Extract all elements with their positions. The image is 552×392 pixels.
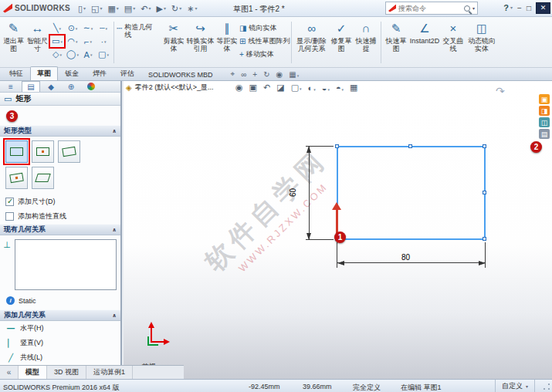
tab-3d-views[interactable]: 3D 视图 bbox=[47, 366, 86, 379]
display-delete-relations-button[interactable]: ∞ 显示/删除几何关系 bbox=[294, 19, 329, 66]
tab-evaluate[interactable]: 评估 bbox=[113, 66, 141, 80]
configuration-tab-icon[interactable]: ◆ bbox=[42, 81, 60, 92]
vertex-handle[interactable] bbox=[483, 144, 486, 148]
new-document-icon[interactable]: ▯ bbox=[78, 2, 86, 15]
maximize-icon[interactable]: □ bbox=[527, 4, 531, 12]
rotate-icon[interactable]: ↻ bbox=[263, 70, 269, 79]
display-manager-tab-icon[interactable] bbox=[82, 81, 100, 92]
polygon-tool-icon[interactable]: ◇ bbox=[49, 48, 65, 61]
relation-horizontal-button[interactable]: — 水平(H) bbox=[0, 321, 120, 336]
scene-icon[interactable]: ▦ bbox=[350, 83, 357, 93]
midpoint-handle[interactable] bbox=[483, 191, 486, 194]
rebuild-icon[interactable]: ↻ bbox=[171, 2, 181, 15]
smart-dimension-button[interactable]: ↔ 智能尺寸 bbox=[25, 19, 49, 66]
relation-collinear-button[interactable]: ╱ 共线(L) bbox=[0, 350, 120, 365]
construction-geometry-button[interactable]: ┄ 构造几何线 bbox=[117, 19, 161, 66]
add-construction-lines-checkbox[interactable] bbox=[5, 212, 14, 221]
section-view-icon[interactable]: ◪ bbox=[276, 83, 284, 93]
view-orientation-icon[interactable]: ▢ bbox=[291, 83, 302, 93]
text-tool-icon[interactable]: A bbox=[80, 48, 96, 61]
target-icon[interactable]: ⌖ bbox=[231, 69, 235, 79]
rectangle-type-header[interactable]: 矩形类型 ∧ bbox=[0, 125, 120, 137]
tab-weldments[interactable]: 焊件 bbox=[86, 66, 113, 80]
save-icon[interactable]: ▦ bbox=[107, 2, 118, 15]
three-point-corner-rectangle-button[interactable] bbox=[58, 140, 80, 163]
exit-sketch-button[interactable]: ✎ 退出草图 bbox=[2, 19, 25, 66]
dimxpert-tab-icon[interactable]: ⊕ bbox=[62, 81, 80, 92]
dimension-line-horizontal[interactable] bbox=[337, 262, 486, 263]
resize-grip[interactable] bbox=[544, 384, 550, 390]
viewport-icon[interactable]: ◨ bbox=[539, 106, 550, 116]
search-icon[interactable] bbox=[464, 5, 470, 12]
arc-tool-icon[interactable]: ◠ bbox=[65, 35, 80, 48]
glasses-icon[interactable]: ∞ bbox=[241, 70, 246, 79]
tab-model[interactable]: 模型 bbox=[19, 366, 47, 379]
dimension-line-vertical[interactable] bbox=[309, 146, 310, 240]
zoom-icon[interactable]: ◉ bbox=[276, 70, 283, 79]
split-view-icon[interactable]: ◫ bbox=[539, 117, 550, 127]
undo-icon[interactable]: ↶ bbox=[141, 2, 151, 15]
mirror-entities-button[interactable]: ◨ 镜向实体 bbox=[239, 23, 289, 33]
vertex-handle[interactable] bbox=[335, 144, 339, 148]
zoom-fit-icon[interactable]: ◉ bbox=[235, 83, 243, 93]
appearance-icon[interactable]: ◓ bbox=[336, 83, 344, 93]
center-rectangle-button[interactable] bbox=[32, 140, 54, 163]
tab-sheet-metal[interactable]: 钣金 bbox=[58, 66, 86, 80]
search-dropdown-icon[interactable]: ▾ bbox=[472, 5, 475, 11]
options-icon[interactable]: ∗ bbox=[187, 2, 197, 15]
three-point-center-rectangle-button[interactable] bbox=[5, 167, 28, 189]
select-icon[interactable]: ▶ bbox=[156, 2, 165, 15]
linear-pattern-button[interactable]: ⊞ 线性草图阵列 bbox=[239, 36, 289, 46]
move-entities-button[interactable]: + 移动实体 bbox=[239, 49, 289, 59]
previous-view-icon[interactable]: ↶ bbox=[263, 83, 270, 93]
property-manager-tab-icon[interactable]: ▤ bbox=[22, 81, 40, 92]
search-input[interactable] bbox=[398, 5, 462, 12]
flyout-feature-tree[interactable]: ◈ 零件2 (默认<<默认>_显... bbox=[126, 83, 213, 93]
close-icon[interactable]: ✕ bbox=[536, 2, 550, 14]
corner-rectangle-button[interactable] bbox=[5, 140, 28, 163]
tab-motion-study[interactable]: 运动算例1 bbox=[86, 366, 133, 379]
add-dimensions-checkbox[interactable] bbox=[5, 198, 14, 206]
fullscreen-icon[interactable]: ▣ bbox=[539, 94, 550, 104]
convert-entities-button[interactable]: ↪ 转换实体引用 bbox=[186, 19, 215, 66]
vertex-handle[interactable] bbox=[483, 237, 486, 241]
tab-solidworks-mbd[interactable]: SOLIDWORKS MBD bbox=[141, 69, 220, 80]
repair-sketch-button[interactable]: ✓ 修复草图 bbox=[329, 19, 354, 66]
minimize-icon[interactable]: − bbox=[517, 4, 522, 12]
slot-tool-icon[interactable]: ▢ bbox=[96, 48, 111, 61]
feature-tree-tab-icon[interactable]: ≡ bbox=[2, 81, 20, 92]
rectangle-tool-icon[interactable]: ▭ bbox=[49, 35, 65, 48]
dimension-value-height[interactable]: 60 bbox=[289, 188, 297, 197]
dimension-value-width[interactable]: 80 bbox=[401, 253, 410, 262]
help-button[interactable]: ? bbox=[503, 3, 513, 12]
monitor-icon[interactable]: ▦ bbox=[289, 70, 299, 79]
tab-scroll-back-icon[interactable]: « bbox=[0, 366, 19, 379]
fillet-tool-icon[interactable]: ⌐ bbox=[80, 35, 96, 48]
centerline-tool-icon[interactable]: ┄ bbox=[96, 22, 111, 35]
hide-show-items-icon[interactable]: ◒ bbox=[322, 83, 330, 93]
add-dimensions-option[interactable]: 添加尺寸(D) bbox=[0, 194, 120, 209]
midpoint-handle[interactable] bbox=[408, 144, 412, 148]
add-relations-header[interactable]: 添加几何关系 ∧ bbox=[0, 309, 120, 321]
zoom-area-icon[interactable]: ▣ bbox=[249, 83, 257, 93]
pan-icon[interactable]: + bbox=[252, 70, 257, 79]
ellipse-tool-icon[interactable]: ◯ bbox=[65, 48, 80, 61]
trim-entities-button[interactable]: ✂ 剪裁实体 bbox=[161, 19, 186, 66]
circle-tool-icon[interactable]: ⊙ bbox=[65, 22, 80, 35]
dynamic-mirror-button[interactable]: ◫ 动态镜向实体 bbox=[466, 19, 498, 66]
instant2d-button[interactable]: ∠ Instant2D bbox=[408, 19, 441, 66]
point-tool-icon[interactable]: · bbox=[96, 35, 111, 48]
spline-tool-icon[interactable]: ∼ bbox=[80, 22, 96, 35]
open-icon[interactable]: ◱ bbox=[91, 2, 102, 15]
existing-relations-header[interactable]: 现有几何关系 ∧ bbox=[0, 224, 120, 235]
parallelogram-button[interactable] bbox=[32, 167, 54, 189]
tab-features[interactable]: 特征 bbox=[2, 66, 30, 80]
line-tool-icon[interactable]: ╲ bbox=[49, 22, 65, 35]
relations-listbox[interactable] bbox=[15, 239, 117, 290]
quick-snaps-button[interactable]: ∩ 快速捕捉 bbox=[354, 19, 378, 66]
add-construction-lines-option[interactable]: 添加构造性直线 bbox=[0, 209, 120, 224]
units-selector[interactable]: 自定义 ▾ bbox=[495, 380, 535, 392]
tab-sketch[interactable]: 草图 bbox=[30, 66, 58, 80]
intersection-curve-button[interactable]: × 交叉曲线 bbox=[441, 19, 466, 66]
grid-view-icon[interactable]: ▤ bbox=[539, 129, 550, 139]
